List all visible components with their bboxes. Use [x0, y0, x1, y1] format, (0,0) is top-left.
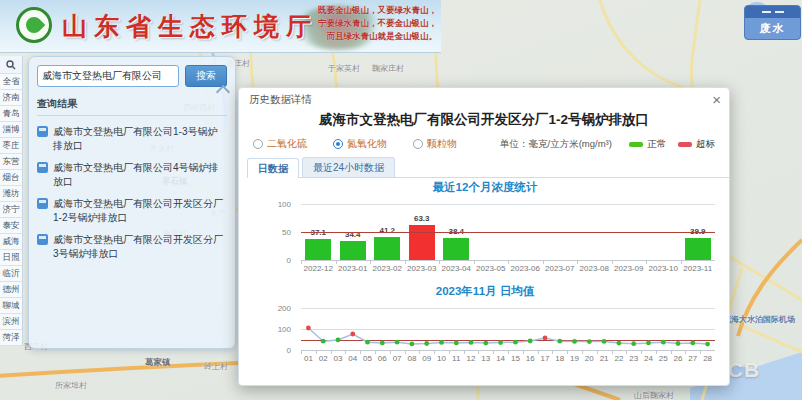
city-bar-item[interactable]: 淄博 — [0, 122, 23, 138]
modal-header: 历史数据详情 — [239, 88, 729, 110]
city-bar-item[interactable]: 菏泽 — [0, 330, 23, 346]
data-point — [646, 341, 651, 346]
map-label: 岭上村 — [204, 361, 228, 372]
x-tick-label: 2023-05 — [474, 264, 509, 273]
city-bar-item[interactable]: 泰安 — [0, 218, 23, 234]
results-header: 查询结果 — [37, 97, 227, 116]
pollutant-radio[interactable]: 氮氧化物 — [333, 137, 387, 151]
outlet-icon — [37, 198, 48, 209]
city-bar-item[interactable]: 青岛 — [0, 106, 23, 122]
data-point — [469, 340, 474, 345]
map-label: 所家埠村 — [55, 380, 87, 391]
legend-item: 超标 — [678, 138, 715, 151]
radio-icon — [253, 139, 263, 149]
pollutant-radio[interactable]: 二氧化硫 — [253, 137, 307, 151]
slogan-line: 而且绿水青山就是金山银山。 — [318, 30, 437, 43]
bar-chart-title: 最近12个月浓度统计 — [245, 180, 725, 195]
city-bar-item[interactable]: 临沂 — [0, 266, 23, 282]
data-point — [602, 339, 607, 344]
data-point — [365, 340, 370, 345]
data-point — [557, 339, 562, 344]
data-point — [336, 338, 341, 343]
slogan-line: 既要金山银山，又要绿水青山， — [318, 4, 437, 17]
city-bar-item[interactable]: 聊城 — [0, 298, 23, 314]
city-bar-item[interactable]: 东营 — [0, 154, 23, 170]
search-result-item[interactable]: 威海市文登热电厂有限公司开发区分厂3号锅炉排放口 — [37, 233, 227, 260]
y-tick-label: 0 — [245, 256, 291, 265]
x-tick-label: 2023-01 — [336, 264, 371, 273]
radio-label: 颗粒物 — [427, 137, 457, 151]
x-tick-label: 2023-02 — [370, 264, 405, 273]
bar — [340, 241, 366, 260]
controls-row: 二氧化硫氮氧化物颗粒物 单位：毫克/立方米(mg/m³) 正常超标 — [239, 132, 729, 156]
data-point — [661, 340, 666, 345]
data-point — [631, 341, 636, 346]
bar — [409, 225, 435, 260]
mode-button-label: 废水 — [745, 18, 800, 38]
bar-value-label: 63.3 — [405, 214, 440, 223]
result-text: 威海市文登热电厂有限公司1-3号锅炉排放口 — [53, 125, 227, 152]
unit-label: 单位：毫克/立方米(mg/m³) — [483, 138, 629, 151]
result-text: 威海市文登热电厂有限公司开发区分厂3号锅炉排放口 — [53, 233, 227, 260]
search-result-item[interactable]: 威海市文登热电厂有限公司4号锅炉排放口 — [37, 161, 227, 188]
x-tick-label: 2023-08 — [577, 264, 612, 273]
chart-legend: 正常超标 — [629, 138, 715, 151]
x-tick-label: 2023-03 — [405, 264, 440, 273]
banner-slogans: 既要金山银山，又要绿水青山， 宁要绿水青山，不要金山银山， 而且绿水青山就是金山… — [318, 4, 437, 44]
data-point — [321, 339, 326, 344]
x-tick-label: 2023-07 — [543, 264, 578, 273]
city-bar-item[interactable]: 全省 — [0, 74, 23, 90]
city-bar-item[interactable]: 济宁 — [0, 202, 23, 218]
search-icon — [6, 60, 16, 70]
monthly-bar-chart: 最近12个月浓度统计0501002022-1237.12023-0134.420… — [245, 180, 725, 280]
data-point — [350, 332, 355, 337]
data-point — [498, 340, 503, 345]
data-point — [380, 341, 385, 346]
data-tabs: 日数据最近24小时数据 — [247, 156, 729, 178]
search-input[interactable] — [37, 65, 179, 87]
city-bar-item[interactable]: 烟台 — [0, 170, 23, 186]
y-tick-label: 100 — [245, 200, 291, 209]
data-point — [483, 341, 488, 346]
data-point — [454, 341, 459, 346]
city-bar-item[interactable]: 枣庄 — [0, 138, 23, 154]
tab-active[interactable]: 日数据 — [247, 158, 299, 178]
data-point — [587, 339, 592, 344]
pollutant-radio[interactable]: 颗粒物 — [413, 137, 457, 151]
city-bar-item[interactable]: 滨州 — [0, 314, 23, 330]
close-icon[interactable]: × — [712, 90, 721, 110]
legend-label: 超标 — [696, 138, 715, 151]
city-search-icon[interactable] — [0, 56, 23, 74]
city-bar-item[interactable]: 日照 — [0, 250, 23, 266]
radio-label: 氮氧化物 — [347, 137, 387, 151]
outlet-icon — [37, 126, 48, 137]
x-tick-label: 2023-06 — [508, 264, 543, 273]
department-logo — [16, 7, 52, 43]
data-point — [395, 340, 400, 345]
data-point — [676, 341, 681, 346]
line-series-svg — [245, 284, 725, 379]
city-bar-item[interactable]: 德州 — [0, 282, 23, 298]
result-text: 威海市文登热电厂有限公司4号锅炉排放口 — [53, 161, 227, 188]
data-point — [306, 326, 311, 331]
city-bar-item[interactable]: 济南 — [0, 90, 23, 106]
bar-value-label: 41.2 — [370, 226, 405, 235]
data-point — [572, 339, 577, 344]
map-label: 葛家镇 — [145, 357, 171, 369]
bar — [374, 237, 400, 260]
search-result-item[interactable]: 威海市文登热电厂有限公司1-3号锅炉排放口 — [37, 125, 227, 152]
slogan-line: 宁要绿水青山，不要金山银山， — [318, 17, 437, 30]
tab-inactive[interactable]: 最近24小时数据 — [302, 157, 395, 177]
outlet-icon — [37, 234, 48, 245]
banner-title: 山东省生态环境厅 — [62, 10, 318, 43]
city-bar-item[interactable]: 潍坊 — [0, 186, 23, 202]
legend-swatch — [629, 142, 643, 147]
threshold-line — [301, 232, 715, 233]
search-button[interactable]: 搜索 — [185, 65, 227, 87]
wastewater-mode-button[interactable]: 废水 — [744, 5, 801, 40]
city-bar-item[interactable]: 威海 — [0, 234, 23, 250]
x-tick-label: 2023-11 — [681, 264, 716, 273]
search-result-item[interactable]: 威海市文登热电厂有限公司开发区分厂1-2号锅炉排放口 — [37, 197, 227, 224]
legend-swatch — [678, 142, 692, 147]
bar — [443, 238, 469, 260]
